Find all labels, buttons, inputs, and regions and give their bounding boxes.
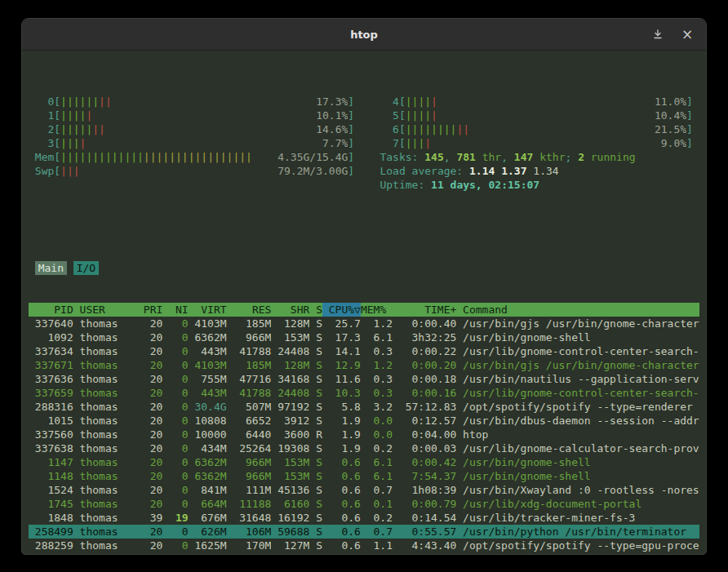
process-row-1147[interactable]: 1147thomas2006362M966M153MS0.66.10:00.42…: [29, 455, 699, 469]
download-icon[interactable]: [650, 27, 665, 42]
cell-shr: 16192: [271, 511, 309, 525]
cell-mem: 3.2: [361, 400, 393, 414]
process-table: PIDUSERPRINIVIRTRESSHRSCPU%▽MEM%TIME+Com…: [29, 303, 699, 555]
cell-virt: 30.4G: [189, 400, 227, 414]
cell-res: 507M: [227, 400, 272, 414]
cell-mem: 0.7: [361, 525, 393, 539]
cell-pri: 20: [137, 317, 162, 330]
column-header-time[interactable]: TIME+: [393, 303, 456, 317]
process-row-1524[interactable]: 1524thomas200841M111M45136S0.60.71h08:39…: [29, 483, 699, 497]
cell-time: 0:14.54: [393, 511, 456, 525]
cell-mem: 0.3: [361, 386, 393, 400]
cell-virt: 4103M: [189, 358, 227, 372]
process-row-337640[interactable]: 337640thomas2004103M185M128MS25.71.20:00…: [29, 317, 699, 330]
cell-command: /usr/lib/gnome-control-center-search-: [456, 386, 699, 400]
cell-pid: 1147: [29, 455, 73, 469]
column-header-res[interactable]: RES: [227, 303, 272, 317]
cell-virt: 676M: [189, 511, 227, 525]
process-row-1745[interactable]: 1745thomas200664M111886160S0.60.10:00.79…: [29, 497, 699, 511]
column-header-shr[interactable]: SHR: [271, 303, 309, 317]
cell-mem: 6.1: [361, 455, 393, 469]
process-row-337638[interactable]: 337638thomas200434M2526419308S1.90.20:00…: [29, 441, 699, 455]
process-row-337636[interactable]: 337636thomas200755M4771634168S11.60.30:0…: [29, 372, 699, 386]
cell-s: S: [309, 552, 322, 555]
meter-value: 10.1%: [316, 109, 348, 122]
cell-res: 47716: [227, 372, 272, 386]
cell-ni: 0: [162, 455, 188, 469]
cell-pri: 20: [137, 358, 162, 372]
process-row-337671[interactable]: 337671thomas2004103M185M128MS12.91.20:00…: [29, 358, 699, 372]
tab-main[interactable]: Main: [35, 261, 67, 275]
cell-ni: 19: [162, 511, 188, 525]
cell-user: thomas: [73, 400, 137, 414]
cell-cpu: 0.6: [322, 455, 361, 469]
column-header-pri[interactable]: PRI: [137, 303, 162, 317]
cell-res: 6652: [227, 414, 272, 428]
cell-user: thomas: [73, 469, 137, 483]
process-row-1092[interactable]: 1092thomas2006362M966M153MS17.36.13h32:2…: [29, 330, 699, 344]
cell-s: S: [309, 344, 322, 358]
cell-mem: 0.1: [361, 497, 393, 511]
column-header-virt[interactable]: VIRT: [189, 303, 227, 317]
cell-res: 185M: [227, 358, 272, 372]
process-row-337659[interactable]: 337659thomas200443M4178824408S10.30.30:0…: [29, 386, 699, 400]
cell-s: S: [309, 469, 322, 483]
cell-ni: 0: [162, 469, 188, 483]
titlebar-controls: ×: [650, 19, 695, 50]
cell-res: 185M: [227, 317, 272, 330]
column-header-ni[interactable]: NI: [162, 303, 188, 317]
process-row-1015[interactable]: 1015thomas2001080866523912S1.90.00:12.57…: [29, 414, 699, 428]
column-header-user[interactable]: USER: [73, 303, 137, 317]
cell-time: 0:04.00: [393, 428, 456, 441]
close-icon[interactable]: ×: [680, 27, 695, 42]
cpu-meter-4: 4[|||||11.0%]: [380, 95, 692, 109]
column-header-mem[interactable]: MEM%: [361, 303, 393, 317]
cell-ni: 0: [162, 552, 188, 555]
cell-time: 1h08:39: [393, 483, 456, 497]
cell-pri: 20: [137, 539, 162, 552]
screen-tabs: Main I/O: [29, 261, 699, 275]
cell-time: 0:00.79: [393, 497, 456, 511]
meter-value: 79.2M/3.00G: [277, 164, 348, 178]
column-header-command[interactable]: Command: [456, 303, 699, 317]
process-row-258499[interactable]: 258499thomas200626M106M59688S0.60.70:55.…: [29, 525, 699, 539]
cell-user: thomas: [73, 344, 137, 358]
column-header-pid[interactable]: PID: [29, 303, 73, 317]
cell-user: thomas: [73, 372, 137, 386]
meter-bars: |||: [60, 164, 79, 178]
process-row-1848[interactable]: 1848thomas3919676M3164816192S0.60.20:14.…: [29, 511, 699, 525]
column-header-s[interactable]: S: [309, 303, 322, 317]
process-row-288271[interactable]: 288271thomas2004092M283M145MS0.61.82:50.…: [29, 552, 699, 555]
cell-shr: 127M: [271, 539, 309, 552]
column-header-cpu[interactable]: CPU%▽: [322, 303, 361, 317]
tasks-line: Tasks: 145, 781 thr, 147 kthr; 2 running: [380, 150, 635, 164]
cell-ni: 0: [162, 358, 188, 372]
cell-mem: 1.8: [361, 552, 393, 555]
cell-res: 41788: [227, 386, 272, 400]
cell-cpu: 11.6: [322, 372, 361, 386]
meter-bars: |||||: [60, 109, 92, 122]
cell-user: thomas: [73, 386, 137, 400]
cell-res: 25264: [227, 441, 272, 455]
cell-command: /usr/bin/dbus-daemon --session --addr: [456, 414, 699, 428]
titlebar[interactable]: htop ×: [22, 19, 706, 51]
cell-s: R: [309, 428, 322, 441]
cell-pid: 1848: [29, 511, 73, 525]
process-row-337634[interactable]: 337634thomas200443M4178824408S14.10.30:0…: [29, 344, 699, 358]
cell-pid: 288316: [29, 400, 73, 414]
tab-io[interactable]: I/O: [73, 261, 99, 275]
cell-command: /usr/lib/gnome-control-center-search-: [456, 344, 699, 358]
process-row-288259[interactable]: 288259thomas2001625M170M127MS0.61.14:43.…: [29, 539, 699, 552]
cell-s: S: [309, 386, 322, 400]
cell-cpu: 0.6: [322, 539, 361, 552]
cpu-meter-7: 7[||||9.0%]: [380, 136, 692, 150]
cell-virt: 10000: [189, 428, 227, 441]
cell-ni: 0: [162, 539, 188, 552]
process-row-288316[interactable]: 288316thomas20030.4G507M97192S5.83.257:1…: [29, 400, 699, 414]
meter-label: 6: [380, 122, 398, 136]
meter-value: 14.6%: [316, 122, 348, 136]
process-row-1148[interactable]: 1148thomas2006362M966M153MS0.66.17:54.37…: [29, 469, 699, 483]
process-row-337560[interactable]: 337560thomas2001000064403600R1.90.00:04.…: [29, 428, 699, 441]
cell-pri: 20: [137, 428, 162, 441]
cell-pri: 20: [137, 552, 162, 555]
